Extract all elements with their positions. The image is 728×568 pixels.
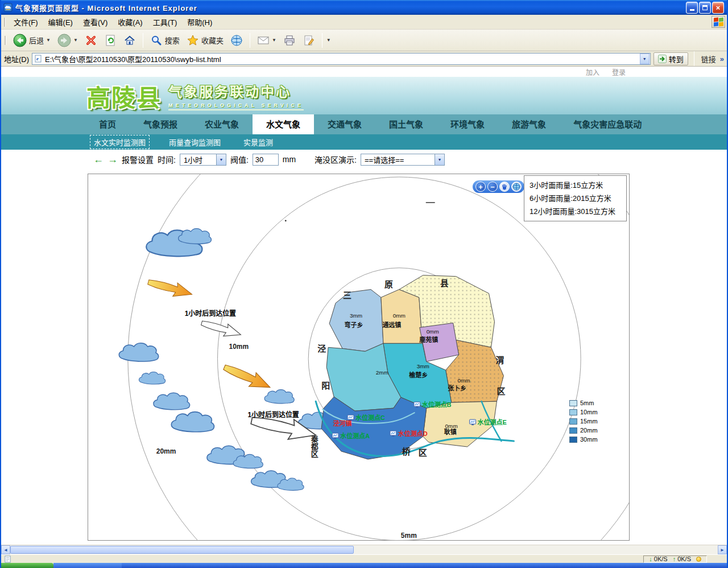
back-label: 后退 [29, 35, 44, 46]
menu-file[interactable]: 文件(F) [9, 15, 43, 29]
maximize-button[interactable] [699, 2, 711, 14]
printer-icon [283, 34, 296, 47]
address-input[interactable]: e E:\气象台\原型20110530\原型20110530\swyb-list… [32, 53, 651, 65]
flood-demo-label: 淹没区演示: [315, 154, 357, 165]
dropdown-arrow-icon[interactable]: ▼ [435, 154, 444, 165]
mail-dropdown-icon[interactable]: ▼ [272, 38, 276, 43]
stop-button[interactable] [82, 32, 100, 48]
district-label: 区 [497, 386, 505, 396]
rain-cloud [264, 390, 294, 404]
ring-rainfall-label: 20mm [156, 447, 176, 455]
menu-view[interactable]: 查看(V) [78, 15, 113, 29]
toolbar-grip[interactable] [4, 18, 6, 27]
forward-dropdown-icon[interactable]: ▼ [73, 38, 78, 43]
toolbar-grip[interactable] [5, 36, 6, 45]
links-chevron-icon[interactable]: » [720, 55, 724, 63]
search-button[interactable]: 搜索 [147, 32, 183, 48]
globe-icon [512, 183, 520, 191]
scroll-right-button[interactable]: ► [718, 545, 727, 554]
nav-tourism[interactable]: 旅游气象 [498, 114, 560, 134]
district-label: 县 [440, 278, 449, 288]
edit-button[interactable] [300, 32, 318, 48]
nav-disaster-response[interactable]: 气象灾害应急联动 [560, 114, 655, 134]
time-select[interactable]: 1小时 ▼ [180, 154, 226, 166]
station-label[interactable]: 水位测点C [355, 414, 385, 421]
region-wanzi[interactable] [329, 290, 383, 352]
nav-land[interactable]: 国土气象 [375, 114, 437, 134]
legend-item: 20mm [569, 427, 598, 434]
nav-agriculture[interactable]: 农业气象 [191, 114, 253, 134]
nav-traffic[interactable]: 交通气象 [314, 114, 375, 134]
nav-environment[interactable]: 环境气象 [437, 114, 498, 134]
ring-rainfall-label: 10mm [229, 343, 249, 351]
links-label[interactable]: 链接 [700, 53, 717, 64]
hydrology-map[interactable]: 1小时后到达位置 1小时后到达位置 10mm 20mm 5mm 三 原 县 泾 … [88, 174, 629, 541]
nav-home[interactable]: 首页 [85, 114, 130, 134]
menu-tools[interactable]: 工具(T) [148, 15, 183, 29]
dropdown-arrow-icon[interactable]: ▼ [216, 154, 226, 165]
plugin-status-icon[interactable] [696, 557, 701, 562]
subnav-live-monitor[interactable]: 实景监测 [240, 135, 276, 149]
address-dropdown-icon[interactable]: ▼ [640, 53, 650, 64]
legend-label: 15mm [580, 418, 598, 425]
station-label[interactable]: 水位测点E [478, 418, 507, 426]
back-dropdown-icon[interactable]: ▼ [46, 38, 51, 43]
subnav-realtime-map[interactable]: 水文实时监测图 [90, 135, 150, 149]
favorites-button[interactable]: 收藏夹 [184, 32, 226, 48]
login-link[interactable]: 登录 [612, 67, 626, 77]
menu-favorites[interactable]: 收藏(A) [113, 15, 147, 29]
water-level-station-icon[interactable] [348, 415, 354, 421]
svg-text:e: e [36, 56, 39, 61]
water-level-station-icon[interactable] [470, 419, 476, 425]
home-button[interactable] [121, 32, 139, 48]
legend-label: 20mm [580, 427, 598, 434]
toolbar-overflow-icon[interactable]: ▼ [326, 38, 331, 43]
menu-edit[interactable]: 编辑(E) [43, 15, 78, 29]
station-label[interactable]: 水位测点B [422, 401, 452, 408]
district-label: 泾 [317, 344, 326, 353]
quick-launch[interactable] [53, 563, 122, 568]
next-arrow-icon[interactable]: → [107, 154, 118, 164]
mail-button[interactable]: ▼ [254, 32, 279, 48]
page-icon: e [34, 55, 42, 63]
history-button[interactable] [228, 32, 246, 48]
windows-logo-icon [712, 16, 725, 28]
menu-help[interactable]: 帮助(H) [182, 15, 217, 29]
site-logo: 高陵县 [86, 79, 162, 113]
rain-value: 3mm [350, 312, 362, 319]
flood-area-select[interactable]: ==请选择== ▼ [361, 154, 445, 166]
minimize-button[interactable] [686, 2, 698, 14]
alarm-controls: ← → 报警设置 时间: 1小时 ▼ 阀值: mm 淹没区演示: ==请选择==… [1, 150, 727, 169]
print-button[interactable] [280, 32, 299, 48]
zoom-in-button[interactable]: + [475, 182, 486, 192]
legend-swatch [569, 418, 577, 425]
scrollbar-thumb[interactable] [10, 546, 354, 554]
join-link[interactable]: 加入 [586, 67, 599, 77]
search-icon [150, 34, 163, 47]
threshold-input[interactable] [253, 154, 279, 166]
station-label[interactable]: 水位测点A [340, 432, 370, 439]
pan-button[interactable] [499, 182, 510, 192]
prev-arrow-icon[interactable]: ← [93, 154, 104, 164]
zoom-out-button[interactable]: − [487, 182, 498, 192]
nav-hydrology[interactable]: 水文气象 [253, 114, 314, 134]
close-button[interactable]: × [712, 2, 724, 14]
scroll-left-button[interactable]: ◄ [1, 545, 10, 554]
nav-weather-forecast[interactable]: 气象预报 [130, 114, 191, 134]
hand-icon [501, 183, 508, 190]
water-level-station-icon[interactable] [414, 402, 420, 408]
storm-track-arrow [221, 360, 274, 394]
document-icon [4, 555, 11, 563]
back-button[interactable]: 后退 ▼ [10, 32, 53, 49]
station-label[interactable]: 水位测点D [398, 430, 428, 437]
water-level-station-icon[interactable] [390, 431, 396, 437]
alarm-settings-label: 报警设置 [122, 154, 154, 165]
subnav-rainfall-query[interactable]: 雨量查询监测图 [166, 135, 224, 149]
refresh-button[interactable] [101, 32, 119, 48]
go-button[interactable]: 转到 [653, 52, 688, 65]
legend-item: 30mm [569, 436, 598, 443]
forward-button[interactable]: ▼ [55, 32, 81, 49]
start-button[interactable] [1, 563, 53, 568]
full-extent-button[interactable] [511, 182, 522, 192]
download-speed-panel: ↓ 0K/S ↑ 0K/S [643, 555, 707, 563]
